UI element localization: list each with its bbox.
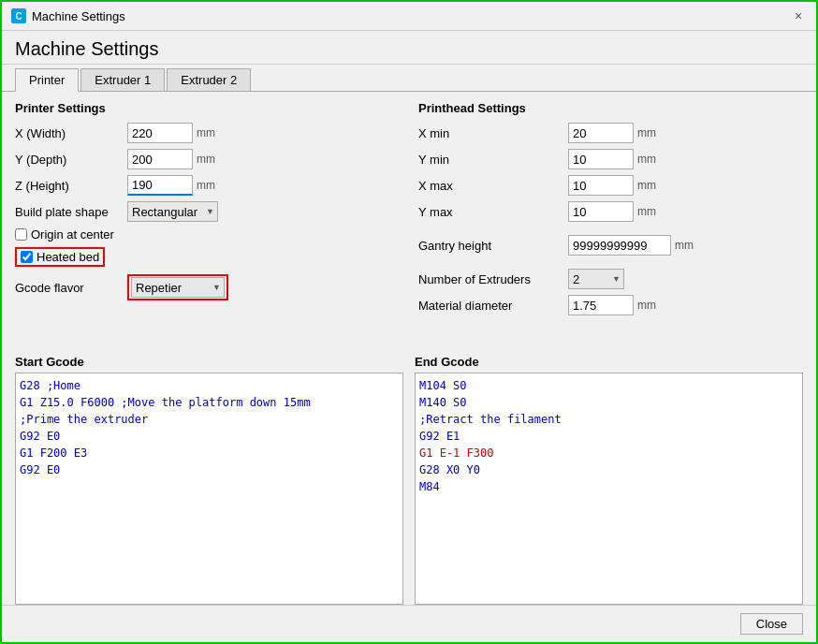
- num-extruders-label: Number of Extruders: [418, 272, 568, 286]
- gcode-flavor-select[interactable]: Repetier Marlin Sprinter: [131, 277, 225, 298]
- build-plate-row: Build plate shape Rectangular Elliptic: [15, 201, 400, 222]
- material-diameter-label: Material diameter: [418, 299, 568, 313]
- end-gcode-area[interactable]: M104 S0 M140 S0 ;Retract the filament G9…: [415, 373, 803, 605]
- y-depth-unit: mm: [197, 153, 215, 166]
- start-gcode-line-2: G1 Z15.0 F6000 ;Move the platform down 1…: [20, 394, 399, 411]
- end-gcode-line-2: M140 S0: [419, 394, 798, 411]
- gcode-flavor-box: Repetier Marlin Sprinter: [127, 274, 228, 300]
- end-gcode-line-3: ;Retract the filament: [419, 411, 798, 428]
- gcode-section: Start Gcode G28 ;Home G1 Z15.0 F6000 ;Mo…: [15, 355, 803, 605]
- start-gcode-area[interactable]: G28 ;Home G1 Z15.0 F6000 ;Move the platf…: [15, 373, 403, 605]
- gantry-height-input[interactable]: [568, 235, 671, 256]
- origin-at-center-label: Origin at center: [31, 227, 114, 242]
- num-extruders-select-wrapper: 2 1 3: [568, 269, 624, 289]
- gcode-flavor-select-wrapper: Repetier Marlin Sprinter: [131, 277, 225, 298]
- ymax-row: Y max mm: [418, 201, 803, 222]
- printer-settings-title: Printer Settings: [15, 101, 400, 115]
- right-column: Printhead Settings X min mm Y min mm X m…: [418, 101, 803, 351]
- gcode-flavor-row: Gcode flavor Repetier Marlin Sprinter: [15, 274, 400, 300]
- num-extruders-select[interactable]: 2 1 3: [568, 269, 624, 289]
- x-width-unit: mm: [197, 126, 215, 139]
- heated-bed-row: Heated bed: [15, 247, 400, 267]
- heated-bed-label: Heated bed: [37, 250, 99, 264]
- xmax-input[interactable]: [568, 175, 634, 196]
- origin-at-center-checkbox[interactable]: [15, 228, 27, 241]
- gantry-height-label: Gantry height: [418, 239, 568, 253]
- tab-extruder1[interactable]: Extruder 1: [80, 68, 165, 91]
- gcode-flavor-label: Gcode flavor: [15, 281, 127, 295]
- xmin-unit: mm: [637, 126, 656, 139]
- material-diameter-unit: mm: [637, 299, 656, 312]
- tab-extruder2[interactable]: Extruder 2: [167, 68, 251, 91]
- gantry-height-row: Gantry height mm: [418, 235, 803, 256]
- origin-at-center-row: Origin at center: [15, 227, 400, 242]
- window-close-button[interactable]: ×: [790, 7, 807, 24]
- gantry-height-unit: mm: [675, 239, 694, 252]
- heated-bed-box: Heated bed: [15, 247, 105, 267]
- start-gcode-line-6: G92 E0: [20, 461, 399, 478]
- start-gcode-panel: Start Gcode G28 ;Home G1 Z15.0 F6000 ;Mo…: [15, 355, 403, 605]
- end-gcode-line-7: M84: [419, 478, 798, 495]
- y-depth-row: Y (Depth) mm: [15, 149, 400, 169]
- ymin-label: Y min: [418, 153, 568, 167]
- tabs: Printer Extruder 1 Extruder 2: [2, 65, 816, 92]
- ymin-input[interactable]: [568, 149, 634, 169]
- ymax-input[interactable]: [568, 201, 634, 222]
- ymax-label: Y max: [418, 205, 568, 219]
- xmin-label: X min: [418, 126, 568, 140]
- ymax-unit: mm: [637, 205, 656, 218]
- main-content: Printer Settings X (Width) mm Y (Depth) …: [2, 92, 816, 605]
- material-diameter-row: Material diameter mm: [418, 295, 803, 315]
- y-depth-label: Y (Depth): [15, 153, 127, 167]
- x-width-input[interactable]: [127, 123, 193, 143]
- build-plate-select[interactable]: Rectangular Elliptic: [127, 201, 218, 222]
- window-title: Machine Settings: [32, 9, 125, 23]
- build-plate-select-wrapper: Rectangular Elliptic: [127, 201, 218, 222]
- end-gcode-line-1: M104 S0: [419, 377, 798, 394]
- build-plate-label: Build plate shape: [15, 205, 127, 219]
- xmin-input[interactable]: [568, 123, 634, 143]
- material-diameter-input[interactable]: [568, 295, 634, 315]
- close-button[interactable]: Close: [740, 613, 803, 635]
- start-gcode-line-3: ;Prime the extruder: [20, 411, 399, 428]
- end-gcode-line-4: G92 E1: [419, 428, 798, 445]
- title-bar-left: C Machine Settings: [11, 8, 125, 23]
- x-width-row: X (Width) mm: [15, 123, 400, 143]
- end-gcode-line-6: G28 X0 Y0: [419, 461, 798, 478]
- app-icon: C: [11, 8, 26, 23]
- heated-bed-checkbox[interactable]: [21, 251, 33, 263]
- y-depth-input[interactable]: [127, 149, 193, 169]
- z-height-input[interactable]: [127, 175, 193, 196]
- end-gcode-panel: End Gcode M104 S0 M140 S0 ;Retract the f…: [415, 355, 803, 605]
- xmax-row: X max mm: [418, 175, 803, 196]
- settings-columns: Printer Settings X (Width) mm Y (Depth) …: [15, 101, 803, 351]
- xmax-unit: mm: [637, 179, 656, 192]
- z-height-label: Z (Height): [15, 179, 127, 193]
- tab-printer[interactable]: Printer: [15, 68, 79, 92]
- machine-settings-dialog: C Machine Settings × Machine Settings Pr…: [0, 0, 818, 644]
- start-gcode-line-1: G28 ;Home: [20, 377, 399, 394]
- footer: Close: [2, 605, 816, 642]
- xmin-row: X min mm: [418, 123, 803, 143]
- left-column: Printer Settings X (Width) mm Y (Depth) …: [15, 101, 400, 351]
- start-gcode-line-4: G92 E0: [20, 428, 399, 445]
- printhead-settings-title: Printhead Settings: [418, 101, 803, 115]
- end-gcode-line-5: G1 E-1 F300: [419, 445, 798, 461]
- ymin-unit: mm: [637, 153, 656, 166]
- ymin-row: Y min mm: [418, 149, 803, 169]
- z-height-unit: mm: [197, 179, 215, 192]
- num-extruders-row: Number of Extruders 2 1 3: [418, 269, 803, 289]
- z-height-row: Z (Height) mm: [15, 175, 400, 196]
- x-width-label: X (Width): [15, 126, 127, 140]
- start-gcode-title: Start Gcode: [15, 355, 403, 369]
- end-gcode-title: End Gcode: [415, 355, 803, 369]
- start-gcode-line-5: G1 F200 E3: [20, 445, 399, 461]
- title-bar: C Machine Settings ×: [2, 2, 816, 31]
- dialog-title: Machine Settings: [2, 31, 816, 65]
- xmax-label: X max: [418, 179, 568, 193]
